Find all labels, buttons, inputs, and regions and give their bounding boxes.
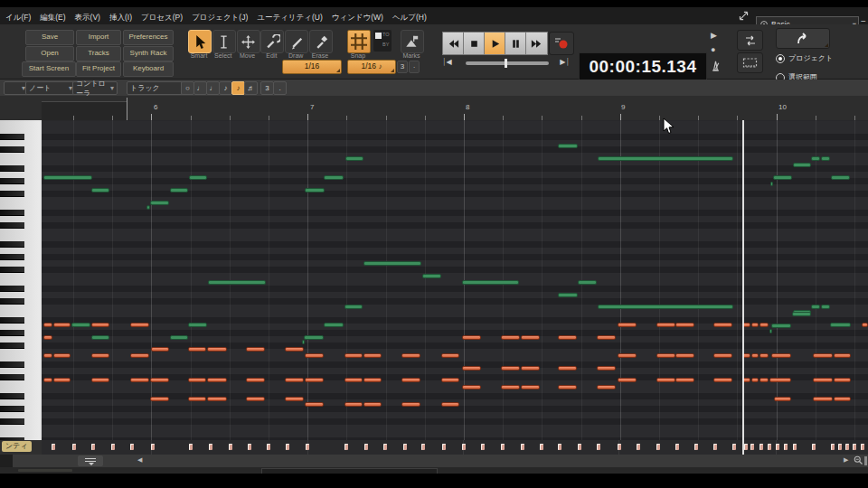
velocity-tick[interactable] [52, 444, 55, 450]
velocity-tick[interactable] [481, 444, 485, 450]
smart-tool-button[interactable] [188, 30, 212, 53]
velocity-tick[interactable] [403, 444, 407, 450]
pause-button[interactable] [505, 32, 527, 55]
midi-note-orange[interactable] [43, 353, 52, 358]
midi-note-green[interactable] [345, 156, 363, 161]
midi-note-orange[interactable] [774, 397, 791, 401]
piano-key-black[interactable] [0, 146, 24, 153]
position-thumb[interactable] [505, 59, 507, 68]
expand-icon[interactable] [738, 10, 750, 22]
velocity-tick[interactable] [130, 444, 134, 450]
keyboard-button[interactable]: Keyboard [123, 61, 174, 77]
velocity-tick[interactable] [229, 444, 232, 450]
velocity-tick[interactable] [694, 444, 698, 450]
sixteenth-note-button[interactable]: ♪ [231, 81, 245, 95]
midi-note-orange[interactable] [462, 366, 481, 371]
midi-note-orange[interactable] [441, 353, 459, 358]
midi-note-green[interactable] [189, 175, 207, 180]
midi-note-orange[interactable] [618, 378, 637, 382]
piano-key-black[interactable] [0, 222, 24, 229]
play-button[interactable] [484, 32, 506, 55]
midi-note-orange[interactable] [188, 378, 206, 382]
prv-dropdown-ノート[interactable]: ノート▾ [25, 81, 76, 95]
midi-note-orange[interactable] [91, 378, 109, 382]
midi-note-orange[interactable] [834, 353, 851, 358]
midi-note-green[interactable] [792, 312, 811, 316]
midi-note-green[interactable] [830, 323, 851, 327]
midi-note-orange[interactable] [675, 323, 694, 327]
midi-note-green[interactable] [598, 305, 733, 309]
rew-button[interactable] [442, 32, 465, 55]
snap-resolution-button[interactable]: 1/16 ♪ [347, 60, 396, 74]
tracks-button[interactable]: Tracks [76, 46, 121, 61]
time-ruler[interactable]: 678910 [0, 96, 868, 121]
velocity-tick[interactable] [209, 444, 212, 450]
midi-note-orange[interactable] [43, 335, 52, 340]
velocity-tick[interactable] [861, 444, 864, 450]
midi-note-orange[interactable] [305, 402, 324, 407]
midi-note-green[interactable] [43, 175, 92, 180]
midi-note-orange[interactable] [305, 378, 324, 382]
position-track[interactable] [466, 61, 549, 65]
midi-note-orange[interactable] [675, 353, 694, 358]
piano-key-black[interactable] [0, 241, 24, 248]
playhead[interactable] [742, 120, 744, 455]
midi-note-orange[interactable] [91, 323, 109, 327]
move-tool-button[interactable] [237, 30, 260, 53]
midi-note-orange[interactable] [760, 323, 769, 327]
midi-note-orange[interactable] [760, 378, 769, 382]
midi-note-green[interactable] [208, 280, 266, 285]
piano-key-black[interactable] [0, 178, 24, 184]
zoom-icon[interactable] [853, 455, 863, 465]
scroll-left-icon[interactable]: ◀ [137, 456, 142, 464]
midi-note-orange[interactable] [91, 353, 109, 358]
velocity-tick[interactable] [364, 444, 368, 450]
midi-note-green[interactable] [305, 188, 325, 192]
midi-note-orange[interactable] [150, 378, 169, 382]
piano-key-black[interactable] [0, 361, 24, 368]
piano-key-black[interactable] [0, 343, 24, 349]
midi-note-green[interactable] [170, 188, 188, 192]
preferences-button[interactable]: Preferences [123, 30, 174, 45]
velocity-tick[interactable] [111, 444, 115, 450]
midi-note-green[interactable] [170, 335, 188, 340]
loop-button[interactable] [737, 30, 763, 51]
midi-note-orange[interactable] [43, 323, 52, 327]
eighth-note-button[interactable]: ♪ [219, 81, 232, 95]
midi-note-green[interactable] [771, 324, 791, 328]
piano-key-black[interactable] [0, 286, 24, 292]
draw-tool-button[interactable] [285, 30, 308, 53]
midi-note-orange[interactable] [656, 378, 675, 382]
midi-note-orange[interactable] [305, 353, 324, 358]
midi-note-orange[interactable] [246, 397, 265, 401]
velocity-tick[interactable] [597, 444, 600, 450]
midi-note-orange[interactable] [53, 323, 71, 327]
midi-note-green[interactable] [324, 323, 344, 327]
marks-button[interactable] [401, 30, 424, 53]
midi-note-orange[interactable] [363, 378, 382, 382]
velocity-tick[interactable] [540, 444, 543, 450]
piano-key-black[interactable] [0, 210, 24, 216]
midi-note-orange[interactable] [401, 402, 420, 407]
midi-note-green[interactable] [558, 293, 578, 297]
midi-note-orange[interactable] [462, 335, 481, 340]
midi-note-orange[interactable] [130, 323, 149, 327]
midi-note-orange[interactable] [771, 353, 791, 358]
midi-note-orange[interactable] [130, 378, 149, 382]
transport-slider[interactable]: ⏐◀ ▶⏐ [442, 58, 573, 69]
piano-key-black[interactable] [0, 330, 24, 336]
record-mini-icon[interactable]: ● [711, 45, 715, 54]
midi-note-orange[interactable] [813, 353, 833, 358]
midi-note-green[interactable] [324, 175, 344, 180]
velocity-tick[interactable] [831, 444, 835, 450]
midi-note-orange[interactable] [130, 353, 149, 358]
midi-note-orange[interactable] [441, 378, 459, 382]
piano-key-black[interactable] [0, 165, 24, 172]
velocity-tick[interactable] [637, 444, 640, 450]
play-mini-icon[interactable]: ▶ [711, 31, 717, 40]
velocity-tick[interactable] [501, 444, 505, 450]
piano-key-black[interactable] [0, 374, 24, 380]
velocity-tick[interactable] [421, 444, 425, 450]
snap-dot-button[interactable]: . [409, 61, 420, 73]
midi-note-orange[interactable] [558, 385, 577, 389]
